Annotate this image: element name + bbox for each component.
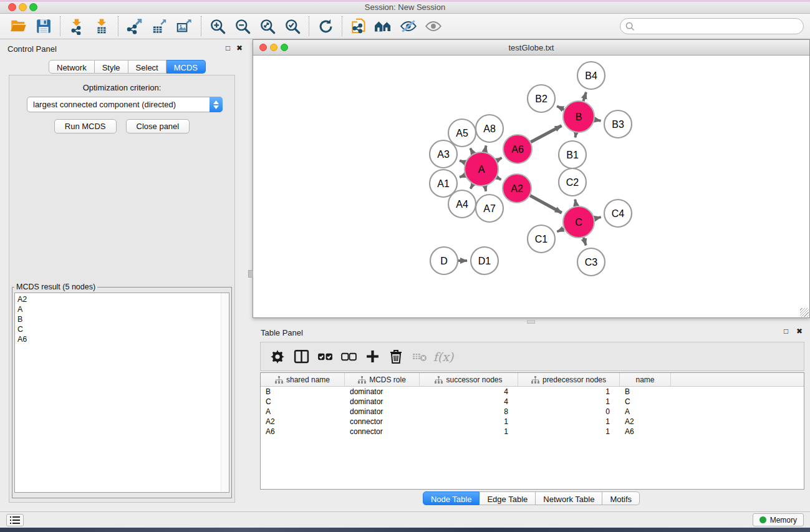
vertical-splitter-handle[interactable]	[248, 270, 253, 278]
edge-A6-B[interactable]	[531, 126, 561, 142]
show-columns-icon[interactable]	[289, 345, 313, 369]
show-view-icon[interactable]	[421, 15, 446, 37]
home-view-icon[interactable]	[371, 15, 396, 37]
node-C2[interactable]: C2	[559, 168, 586, 196]
tab-edge-table[interactable]: Edge Table	[480, 491, 536, 505]
edge-A-A2[interactable]	[497, 177, 501, 180]
search-box[interactable]	[620, 18, 804, 34]
result-scrollbar[interactable]	[221, 293, 229, 492]
column-header-MCDS-role[interactable]: MCDS role	[345, 373, 420, 386]
delete-columns-icon[interactable]	[384, 345, 408, 369]
edge-B-B4[interactable]	[584, 92, 586, 101]
mcds-result-item[interactable]: C	[17, 324, 229, 334]
import-network-icon[interactable]	[64, 15, 89, 37]
node-C3[interactable]: C3	[577, 248, 605, 276]
node-B4[interactable]: B4	[577, 62, 605, 89]
hide-view-icon[interactable]	[396, 15, 421, 37]
network-window-titlebar[interactable]: testGlobe.txt	[253, 40, 809, 56]
node-D[interactable]: D	[430, 247, 458, 274]
edge-A-A5[interactable]	[470, 148, 473, 154]
column-header-name[interactable]: name	[620, 373, 671, 386]
edge-B-B3[interactable]	[595, 120, 601, 121]
node-A7[interactable]: A7	[476, 195, 503, 222]
refresh-layout-icon[interactable]	[313, 15, 338, 37]
edge-A-A3[interactable]	[460, 160, 465, 162]
node-A3[interactable]: A3	[430, 140, 457, 168]
mcds-result-item[interactable]: B	[17, 314, 229, 324]
table-row[interactable]: A6connector11A6	[261, 427, 804, 437]
export-table-icon[interactable]	[147, 15, 172, 37]
node-table[interactable]: shared nameMCDS rolesuccessor nodesprede…	[260, 372, 804, 490]
table-row[interactable]: Adominator80A	[261, 407, 804, 417]
network-canvas[interactable]: B4B2BB3A8A5A6A3B1AA1C2A2A4A7C4CC1C3DD1	[253, 56, 809, 317]
node-A6[interactable]: A6	[503, 135, 532, 163]
float-panel-icon[interactable]: □	[226, 44, 230, 52]
edge-C-C3[interactable]	[584, 238, 586, 246]
edge-C-C2[interactable]	[575, 200, 576, 206]
create-column-icon[interactable]	[360, 345, 384, 369]
zoom-fit-icon[interactable]	[255, 15, 280, 37]
node-C4[interactable]: C4	[604, 200, 632, 227]
mcds-result-item[interactable]: A	[17, 304, 229, 314]
table-close-icon[interactable]: ✖	[796, 327, 803, 336]
table-row[interactable]: Cdominator41C	[261, 397, 804, 407]
tab-motifs[interactable]: Motifs	[602, 491, 640, 505]
zoom-selected-icon[interactable]	[280, 15, 305, 37]
edge-A-A6[interactable]	[497, 158, 502, 161]
table-row[interactable]: A2connector11A2	[261, 417, 804, 427]
export-image-icon[interactable]	[172, 15, 197, 37]
column-header-successor-nodes[interactable]: successor nodes	[420, 373, 518, 386]
clone-network-icon[interactable]	[346, 15, 371, 37]
mcds-result-list[interactable]: A2ABCA6	[14, 293, 229, 493]
node-B1[interactable]: B1	[559, 141, 586, 168]
tab-network[interactable]: Network	[49, 60, 95, 74]
close-panel-icon[interactable]: ✖	[236, 44, 243, 52]
open-session-icon[interactable]	[6, 15, 31, 37]
node-D1[interactable]: D1	[471, 247, 498, 274]
tab-mcds[interactable]: MCDS	[166, 60, 206, 74]
table-float-icon[interactable]: □	[784, 327, 788, 336]
window-resize-grip[interactable]	[800, 308, 809, 317]
save-session-icon[interactable]	[31, 15, 56, 37]
horizontal-splitter-handle[interactable]	[527, 320, 535, 324]
mcds-result-item[interactable]: A6	[17, 334, 229, 344]
import-table-icon[interactable]	[89, 15, 114, 37]
edge-A2-C[interactable]	[530, 196, 562, 213]
criterion-dropdown[interactable]: largest connected component (directed)	[27, 97, 223, 112]
search-input[interactable]	[639, 21, 798, 32]
column-header-shared-name[interactable]: shared name	[261, 373, 345, 386]
node-A5[interactable]: A5	[448, 119, 476, 147]
zoom-out-icon[interactable]	[230, 15, 255, 37]
edge-A-A8[interactable]	[485, 146, 486, 152]
tab-select[interactable]: Select	[128, 60, 166, 74]
node-A8[interactable]: A8	[476, 115, 503, 142]
tab-style[interactable]: Style	[95, 60, 128, 74]
memory-button[interactable]: Memory	[753, 513, 804, 526]
node-A[interactable]: A	[465, 152, 498, 186]
table-row[interactable]: Bdominator41B	[261, 387, 804, 397]
node-B3[interactable]: B3	[604, 110, 632, 138]
node-C1[interactable]: C1	[528, 225, 555, 253]
edge-A-A7[interactable]	[485, 186, 486, 191]
deselect-all-rows-icon[interactable]	[337, 345, 360, 369]
edge-A-A1[interactable]	[460, 175, 465, 177]
edge-B-B1[interactable]	[576, 133, 576, 138]
node-C[interactable]: C	[563, 206, 594, 238]
zoom-in-icon[interactable]	[205, 15, 230, 37]
tab-network-table[interactable]: Network Table	[536, 491, 602, 505]
edge-B-B2[interactable]	[557, 106, 564, 110]
tab-node-table[interactable]: Node Table	[423, 491, 480, 505]
table-mode-gear-icon[interactable]	[266, 345, 289, 369]
edge-C-C1[interactable]	[557, 229, 564, 232]
export-network-icon[interactable]	[122, 15, 147, 37]
close-panel-button[interactable]: Close panel	[126, 119, 190, 133]
select-all-rows-icon[interactable]	[313, 345, 337, 369]
edge-C-C4[interactable]	[594, 217, 600, 218]
task-history-button[interactable]	[6, 514, 24, 526]
mcds-result-item[interactable]: A2	[17, 294, 229, 304]
node-A4[interactable]: A4	[448, 190, 476, 218]
column-header-predecessor-nodes[interactable]: predecessor nodes	[518, 373, 620, 386]
node-A2[interactable]: A2	[503, 174, 531, 203]
node-B2[interactable]: B2	[528, 85, 555, 112]
edge-A-A4[interactable]	[471, 185, 473, 189]
